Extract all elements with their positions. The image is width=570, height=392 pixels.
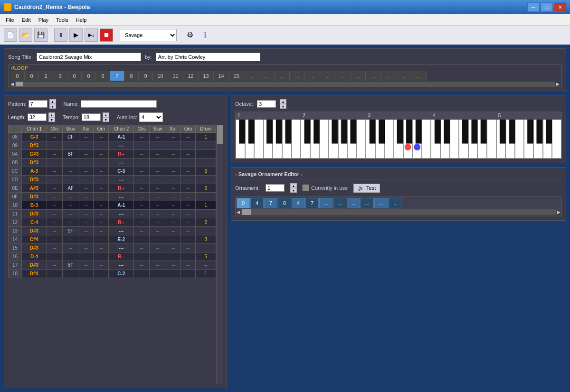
row-glis1[interactable]: -- [47,235,63,244]
timeline-cell-12[interactable]: 12 [183,71,199,81]
row-glis1[interactable]: -- [47,159,63,167]
menu-file[interactable]: File [2,16,18,24]
white-key[interactable] [496,120,506,159]
row-skw2[interactable]: -- [150,261,166,270]
row-skw1[interactable]: -- [62,201,79,210]
orn-cell[interactable]: 0 [278,198,291,208]
row-xor1[interactable]: -- [79,193,93,201]
row-xor2[interactable]: -- [166,227,180,235]
row-note1[interactable]: D#3 [22,261,47,270]
row-note2[interactable]: --- [109,159,134,167]
row-note1[interactable]: C-4 [22,218,47,227]
row-orn2[interactable]: -- [180,193,196,201]
row-orn1[interactable]: -- [94,227,109,235]
row-drum[interactable]: 1 [196,133,216,141]
row-orn2[interactable]: -- [180,261,196,270]
row-orn1[interactable]: -- [94,252,109,261]
row-xor1[interactable]: -- [79,227,93,235]
row-orn2[interactable]: -- [180,244,196,252]
row-skw1[interactable]: 9F [62,227,79,235]
orn-cell[interactable]: 4 [250,198,264,208]
row-drum[interactable] [196,150,216,159]
row-glis2[interactable]: -- [134,218,150,227]
row-skw2[interactable]: -- [150,244,166,252]
row-orn1[interactable]: -- [94,201,109,210]
orn-cell[interactable]: 0 [237,198,250,208]
row-glis2[interactable]: -- [134,150,150,159]
row-orn2[interactable]: -- [180,235,196,244]
row-skw2[interactable]: -- [150,201,166,210]
row-xor2[interactable]: -- [166,218,180,227]
row-glis1[interactable]: -- [47,167,63,176]
row-note1[interactable]: C#4 [22,235,47,244]
orn-cell[interactable]: ... [347,198,360,208]
white-key[interactable] [282,120,292,159]
row-note2[interactable]: R-- [109,218,134,227]
table-row[interactable]: 18 D#4 -- -- -- -- C-2 -- -- -- -- 1 [9,270,216,278]
row-drum[interactable]: 5 [196,184,216,193]
row-orn1[interactable]: -- [94,270,109,278]
table-row[interactable]: 0E A#3 -- AF -- -- R-- -- -- -- -- 5 [9,184,216,193]
row-skw1[interactable]: -- [62,193,79,201]
table-row[interactable]: 08 G-3 -- CF -- -- A-1 -- -- -- -- 1 [9,133,216,141]
white-key[interactable] [375,120,385,159]
row-note1[interactable]: D#3 [22,244,47,252]
row-orn1[interactable]: -- [94,218,109,227]
white-key[interactable] [543,120,552,159]
orn-scroll-thumb[interactable] [242,209,251,215]
timeline-cell-3[interactable]: 3 [53,71,67,81]
white-key[interactable] [403,120,413,159]
row-xor1[interactable]: -- [79,261,93,270]
row-orn1[interactable]: -- [94,235,109,244]
row-skw1[interactable]: -- [62,176,79,184]
row-note1[interactable]: G-3 [22,133,47,141]
row-glis1[interactable]: -- [47,176,63,184]
row-xor2[interactable]: -- [166,261,180,270]
close-button[interactable]: ✕ [554,2,566,12]
pattern-spinner[interactable]: ▲ ▼ [49,99,56,109]
row-orn1[interactable]: -- [94,159,109,167]
row-skw1[interactable]: AF [62,184,79,193]
row-orn1[interactable]: -- [94,141,109,150]
row-xor2[interactable]: -- [166,270,180,278]
white-key[interactable] [524,120,533,159]
row-orn2[interactable]: -- [180,227,196,235]
row-skw2[interactable]: -- [150,150,166,159]
row-note1[interactable]: G#3 [22,150,47,159]
row-xor1[interactable]: -- [79,141,93,150]
row-skw1[interactable]: -- [62,270,79,278]
orn-cell[interactable]: 4 [292,198,305,208]
play-button[interactable]: ▶ [69,28,83,42]
row-orn2[interactable]: -- [180,167,196,176]
tempo-spinner[interactable]: ▲ ▼ [103,112,109,122]
row-xor1[interactable]: -- [79,244,93,252]
timeline-cell-11[interactable]: 11 [168,71,183,81]
timeline-cell-10[interactable]: 10 [153,71,168,81]
tempo-spin-down[interactable]: ▼ [103,117,109,122]
table-row[interactable]: 12 C-4 -- -- -- -- R-- -- -- -- -- 2 [9,218,216,227]
row-skw2[interactable]: -- [150,176,166,184]
row-note1[interactable]: D#3 [22,210,47,218]
row-orn1[interactable]: -- [94,176,109,184]
row-glis1[interactable]: -- [47,184,63,193]
open-button[interactable]: 📂 [19,28,32,42]
row-drum[interactable] [196,210,216,218]
row-glis1[interactable]: -- [47,252,63,261]
table-row[interactable]: 10 B-3 -- -- -- -- A-1 -- -- -- -- 1 [9,201,216,210]
row-skw2[interactable]: -- [150,270,166,278]
row-skw1[interactable]: CF [62,133,79,141]
row-drum[interactable]: -- [196,261,216,270]
timeline-scroll-left[interactable]: ◀ [10,82,14,86]
row-drum[interactable]: 3 [196,235,216,244]
timeline-cell-8[interactable]: 8 [124,71,139,81]
white-key[interactable] [254,120,264,159]
row-skw2[interactable]: -- [150,193,166,201]
row-glis2[interactable]: -- [134,235,150,244]
white-key[interactable] [292,120,301,159]
row-glis2[interactable]: -- [134,210,150,218]
row-drum[interactable]: 1 [196,201,216,210]
row-note1[interactable]: A-3 [22,167,47,176]
row-note2[interactable]: R-- [109,184,134,193]
orn-scroll-right[interactable]: ▶ [557,210,560,215]
row-note2[interactable]: --- [109,193,134,201]
